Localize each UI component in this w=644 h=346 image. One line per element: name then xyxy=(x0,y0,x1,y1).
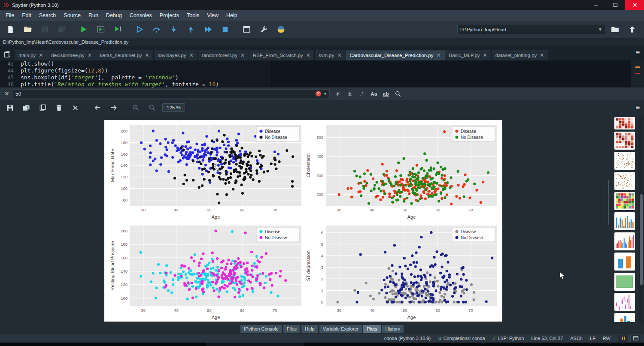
plot-thumbnail[interactable] xyxy=(614,192,635,210)
plot-thumbnail[interactable] xyxy=(614,117,635,129)
menu-source[interactable]: Source xyxy=(60,11,85,20)
stop-button[interactable] xyxy=(216,23,234,36)
close-button[interactable] xyxy=(625,0,644,10)
code-editor[interactable]: 43plt.show()44plt.figure(figsize=(12,8))… xyxy=(0,60,644,87)
plot-thumbnail[interactable] xyxy=(614,293,635,311)
plots-scrollbar-thumb[interactable] xyxy=(608,180,609,225)
editor-tab[interactable]: RBF_From_Scratch.py✕ xyxy=(249,50,315,60)
step-into-button[interactable] xyxy=(165,23,182,36)
advanced-search-button[interactable] xyxy=(392,89,404,99)
minimize-button[interactable] xyxy=(586,0,605,10)
editor-tab[interactable]: keras_neuralnet.py✕ xyxy=(96,50,154,60)
search-field[interactable]: ✕ ▼ xyxy=(13,89,330,98)
pane-tab-ipython-console[interactable]: IPython Console xyxy=(240,325,282,333)
menu-run[interactable]: Run xyxy=(85,11,102,20)
plot-thumbnail[interactable] xyxy=(614,232,635,250)
plots-options-icon[interactable]: ≡ xyxy=(636,104,640,111)
menu-consoles[interactable]: Consoles xyxy=(126,11,156,20)
remove-all-plots-button[interactable] xyxy=(68,101,83,114)
open-dir-button[interactable] xyxy=(606,23,623,36)
find-next-button[interactable] xyxy=(344,89,355,99)
run-selection-button[interactable] xyxy=(109,23,126,36)
close-icon[interactable]: ✕ xyxy=(436,52,440,58)
tab-options-icon[interactable]: ≡ xyxy=(636,49,640,57)
plot-thumbnail[interactable] xyxy=(614,273,635,291)
copy-plot-button[interactable] xyxy=(35,101,50,114)
plot-thumbnail[interactable] xyxy=(614,253,635,271)
preferences-button[interactable] xyxy=(255,23,272,36)
python-env-button[interactable] xyxy=(272,23,289,36)
close-icon[interactable]: ✕ xyxy=(306,52,310,58)
run-button[interactable] xyxy=(75,23,92,36)
remove-plot-button[interactable] xyxy=(52,101,67,114)
close-icon[interactable]: ✕ xyxy=(240,52,245,58)
editor-tab[interactable]: navibayes.py✕ xyxy=(154,50,198,60)
browse-tabs-icon[interactable] xyxy=(0,48,15,60)
pane-tab-files[interactable]: Files xyxy=(283,325,300,333)
editor-scrollbar[interactable] xyxy=(631,60,644,87)
debug-file-button[interactable] xyxy=(131,23,148,36)
save-button[interactable] xyxy=(36,23,53,36)
regex-button[interactable]: .* xyxy=(356,89,368,99)
menu-tools[interactable]: Tools xyxy=(183,11,203,20)
zoom-out-button[interactable] xyxy=(144,101,159,114)
new-file-button[interactable] xyxy=(2,23,19,36)
plot-thumbnail[interactable] xyxy=(614,172,635,190)
panes-button[interactable] xyxy=(630,335,641,342)
plot-thumbnail[interactable] xyxy=(614,313,635,322)
menu-view[interactable]: View xyxy=(203,11,222,20)
menu-search[interactable]: Search xyxy=(35,11,60,20)
pane-tab-variable-explorer[interactable]: Variable Explorer xyxy=(319,325,362,333)
pane-tab-history[interactable]: History xyxy=(382,325,404,333)
step-return-button[interactable] xyxy=(182,23,199,36)
save-plot-button[interactable] xyxy=(3,101,18,114)
plot-thumbnail[interactable] xyxy=(614,212,635,230)
menu-debug[interactable]: Debug xyxy=(102,11,126,20)
whole-words-button[interactable]: ab xyxy=(380,89,392,99)
open-file-button[interactable] xyxy=(19,23,36,36)
run-cell-button[interactable] xyxy=(92,23,109,36)
close-icon[interactable]: ✕ xyxy=(39,52,43,58)
step-over-button[interactable] xyxy=(148,23,165,36)
menu-file[interactable]: File xyxy=(2,11,18,20)
thumbnail-scrollbar[interactable] xyxy=(639,116,643,324)
search-input[interactable] xyxy=(15,91,316,97)
editor-tab[interactable]: dataset_plotting.py✕ xyxy=(492,50,549,60)
editor-tab[interactable]: randomforest.py✕ xyxy=(198,50,249,60)
close-icon[interactable]: ✕ xyxy=(540,52,544,58)
find-previous-button[interactable] xyxy=(332,89,343,99)
maximize-button[interactable] xyxy=(605,0,625,10)
close-icon[interactable]: ✕ xyxy=(189,52,194,58)
close-icon[interactable]: ✕ xyxy=(88,52,92,58)
working-directory-combobox[interactable]: D:\Python_Imp\Heart ▼ xyxy=(457,25,605,34)
plot-thumbnail[interactable] xyxy=(614,152,635,170)
editor-tab[interactable]: svm.py✕ xyxy=(315,50,346,60)
close-icon[interactable]: ✕ xyxy=(483,52,487,58)
pane-tab-plots[interactable]: Plots xyxy=(363,325,380,333)
pause-updates-button[interactable] xyxy=(618,335,629,342)
menu-edit[interactable]: Edit xyxy=(18,11,35,20)
clear-search-icon[interactable]: ✕ xyxy=(316,91,321,96)
menu-help[interactable]: Help xyxy=(222,11,241,20)
find-close-icon[interactable]: ✕ xyxy=(3,90,10,97)
maximize-pane-button[interactable] xyxy=(238,23,255,36)
menu-projects[interactable]: Projects xyxy=(156,11,183,20)
zoom-in-button[interactable] xyxy=(128,101,143,114)
save-all-button[interactable] xyxy=(53,23,70,36)
thumbnail-scrollbar-thumb[interactable] xyxy=(640,194,643,285)
previous-plot-button[interactable] xyxy=(90,101,105,114)
editor-tab[interactable]: Cardovascular_Disease_Prediction.py✕ xyxy=(346,50,445,60)
editor-tab[interactable]: Basic_MLP.py✕ xyxy=(445,50,492,60)
save-all-plots-button[interactable] xyxy=(19,101,34,114)
chevron-down-icon[interactable]: ▼ xyxy=(323,92,327,96)
next-plot-button[interactable] xyxy=(106,101,121,114)
match-case-button[interactable]: Aa xyxy=(368,89,380,99)
continue-button[interactable] xyxy=(199,23,216,36)
pane-tab-help[interactable]: Help xyxy=(301,325,318,333)
plot-thumbnail[interactable] xyxy=(614,132,635,150)
parent-dir-button[interactable] xyxy=(623,23,641,36)
close-icon[interactable]: ✕ xyxy=(337,52,341,58)
close-icon[interactable]: ✕ xyxy=(145,52,149,58)
editor-tab[interactable]: decisiontree.py✕ xyxy=(47,50,96,60)
editor-tab[interactable]: main.py✕ xyxy=(15,50,47,60)
